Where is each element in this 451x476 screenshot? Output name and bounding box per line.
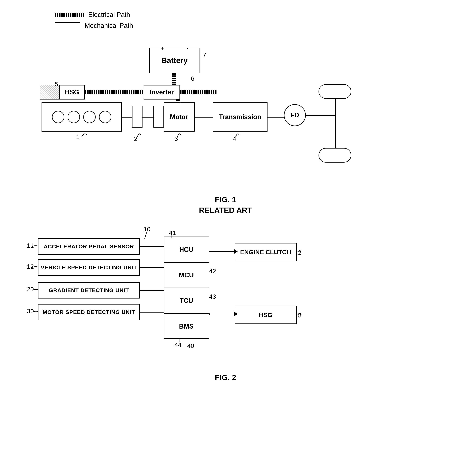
mech-fd-axle <box>306 115 335 116</box>
arrow-11-hcu <box>140 246 164 247</box>
transmission-label: Transmission <box>219 113 261 121</box>
engine-clutch-box: ENGINE CLUTCH <box>235 243 297 261</box>
sensor-box-12: VEHICLE SPEED DETECTING UNIT <box>38 259 140 276</box>
arrow-12-hcu <box>140 267 164 268</box>
label1-curve <box>80 130 89 139</box>
legend: Electrical Path Mechanical Path <box>55 11 436 30</box>
axle-vert <box>335 98 336 148</box>
hsg-output-box: HSG <box>235 306 297 324</box>
arrow-bms-hsg <box>209 314 235 314</box>
label-5: 5 <box>55 81 58 88</box>
sensor-11-label: ACCELERATOR PEDAL SENSOR <box>44 244 134 250</box>
fig2-label-40: 40 <box>187 342 194 349</box>
arrow-20-hcu <box>140 290 164 291</box>
tcu-item: TCU <box>164 288 209 314</box>
elec-horiz-inverter-right <box>180 90 216 94</box>
inverter-label: Inverter <box>150 88 174 96</box>
mechanical-path-label: Mechanical Path <box>85 22 133 30</box>
cylinder-2 <box>68 111 80 123</box>
clutch-box-2 <box>153 106 164 128</box>
mcu-label: MCU <box>179 271 194 279</box>
elec-horiz-hsg-inverter <box>85 90 144 94</box>
cylinder-3 <box>83 111 96 123</box>
label4-curve <box>234 130 241 139</box>
hsg-label: HSG <box>65 88 79 96</box>
related-art-label: RELATED ART <box>15 206 436 215</box>
arrow-hcu-clutch <box>209 251 235 252</box>
cylinder-4 <box>99 111 111 123</box>
mech-trans-fd <box>268 117 284 118</box>
hcu-item: HCU <box>164 237 209 263</box>
inverter-box: Inverter <box>144 85 180 100</box>
mech-engine-clutch1 <box>122 117 132 118</box>
hcu-group-box: HCU MCU TCU BMS <box>164 237 209 338</box>
motor-label: Motor <box>170 113 188 121</box>
fig2-diagram: 10 11 ACCELERATOR PEDAL SENSOR 12 VEHICL… <box>16 225 435 368</box>
label2-curve <box>135 130 143 139</box>
transmission-box: Transmission <box>213 102 268 132</box>
sensor-12-label: VEHICLE SPEED DETECTING UNIT <box>41 264 137 271</box>
label3-curve <box>175 130 183 139</box>
page: Electrical Path Mechanical Path + - Batt… <box>0 0 451 476</box>
engine-clutch-label: ENGINE CLUTCH <box>240 249 291 256</box>
fig2-label-43: 43 <box>209 293 216 300</box>
label-6: 6 <box>191 75 194 82</box>
legend-mechanical: Mechanical Path <box>55 22 436 30</box>
battery-minus: - <box>186 45 188 51</box>
fd-circle: FD <box>284 104 306 126</box>
sensor-box-11: ACCELERATOR PEDAL SENSOR <box>38 238 140 255</box>
mcu-item: MCU <box>164 263 209 288</box>
label-1: 1 <box>76 133 80 140</box>
bms-item: BMS <box>164 314 209 339</box>
sensor-30-label: MOTOR SPEED DETECTING UNIT <box>43 309 135 315</box>
electrical-path-icon <box>55 13 84 17</box>
battery-plus: + <box>161 45 164 51</box>
electrical-path-label: Electrical Path <box>88 11 130 19</box>
fig2-caption: FIG. 2 <box>15 373 436 382</box>
wheel-bottom <box>319 148 351 163</box>
legend-electrical: Electrical Path <box>55 11 436 19</box>
sensor-box-20: GRADIENT DETECTING UNIT <box>38 282 140 299</box>
label-7: 7 <box>203 51 206 58</box>
cylinder-1 <box>52 111 64 123</box>
hcu-label: HCU <box>179 246 194 253</box>
arrow-30-hcu <box>140 312 164 313</box>
hsg-output-label: HSG <box>259 311 272 319</box>
fig1-caption: FIG. 1 <box>15 195 436 204</box>
engine-box <box>42 102 122 132</box>
motor-box: Motor <box>164 102 195 132</box>
tcu-label: TCU <box>180 297 193 305</box>
battery-label: Battery <box>161 56 188 65</box>
fig2-label-42: 42 <box>209 268 216 275</box>
fig1-diagram: + - Battery 7 6 HSG Inverter <box>16 40 435 190</box>
sensor-20-label: GRADIENT DETECTING UNIT <box>49 287 129 293</box>
mech-motor-trans <box>195 117 213 118</box>
sensor-box-30: MOTOR SPEED DETECTING UNIT <box>38 304 140 320</box>
hsg-box: HSG <box>59 85 85 100</box>
mech-clutch1-clutch2 <box>143 117 153 118</box>
mechanical-path-icon <box>55 22 80 29</box>
fd-label: FD <box>290 111 299 119</box>
battery-box: + - Battery <box>149 48 200 73</box>
elec-vert-battery-inverter <box>172 73 176 86</box>
clutch-box-1 <box>132 106 143 128</box>
bms-label: BMS <box>179 323 194 330</box>
wheel-top <box>319 84 351 99</box>
